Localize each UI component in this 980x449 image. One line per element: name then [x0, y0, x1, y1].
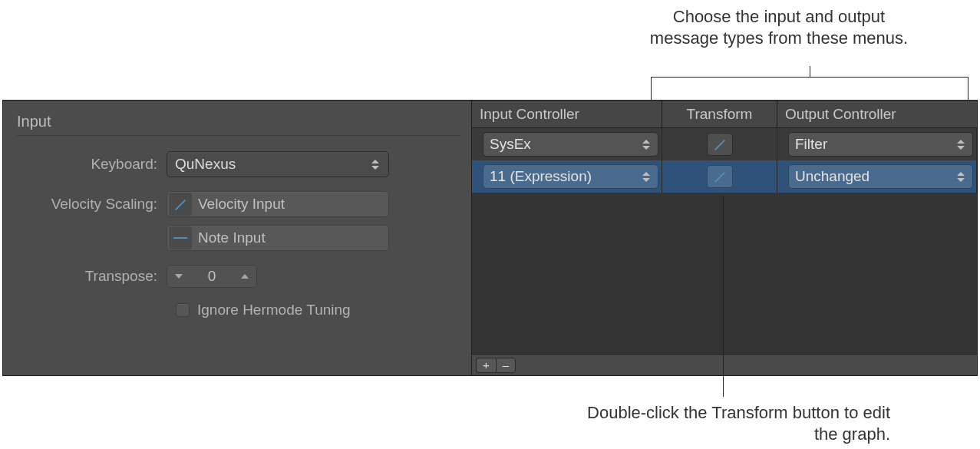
- header-output-controller: Output Controller: [777, 101, 977, 127]
- header-input-controller: Input Controller: [472, 101, 662, 127]
- table-row[interactable]: 11 (Expression) Unchanged: [472, 160, 977, 193]
- transpose-row: Transpose: 0: [17, 265, 460, 288]
- transpose-decrement[interactable]: [167, 265, 190, 288]
- updown-icon: [641, 137, 652, 152]
- keyboard-value: QuNexus: [175, 156, 370, 173]
- keyboard-dropdown[interactable]: QuNexus: [167, 151, 389, 177]
- ignore-hermode-row: Ignore Hermode Tuning: [176, 302, 460, 319]
- velocity-scaling-row: Velocity Scaling: Velocity Input: [17, 191, 460, 217]
- input-controller-dropdown[interactable]: SysEx: [483, 132, 658, 157]
- controller-table-footer: + –: [472, 354, 977, 375]
- input-section-title: Input: [17, 113, 460, 130]
- output-controller-value: Filter: [795, 136, 955, 153]
- note-input-field[interactable]: Note Input: [167, 225, 389, 251]
- note-input-row: Note Input: [17, 225, 460, 251]
- keyboard-row: Keyboard: QuNexus: [17, 151, 460, 177]
- velocity-curve-icon: [169, 193, 192, 216]
- velocity-scaling-label: Velocity Scaling:: [17, 196, 167, 213]
- controller-table-header: Input Controller Transform Output Contro…: [472, 101, 977, 128]
- transform-curve-icon: [711, 168, 728, 185]
- callout-bottom-text: Double-click the Transform button to edi…: [568, 402, 890, 444]
- updown-icon: [955, 169, 966, 184]
- keyboard-label: Keyboard:: [17, 156, 167, 173]
- output-controller-dropdown[interactable]: Filter: [788, 132, 973, 157]
- transform-button[interactable]: [707, 165, 733, 188]
- controller-table: Input Controller Transform Output Contro…: [471, 101, 977, 375]
- header-transform: Transform: [662, 101, 777, 127]
- input-settings-panel: Input Keyboard: QuNexus Velocity Scaling…: [2, 100, 978, 376]
- transpose-value[interactable]: 0: [190, 268, 233, 285]
- velocity-input-value: Velocity Input: [198, 196, 388, 213]
- table-row[interactable]: SysEx Filter: [472, 128, 977, 160]
- velocity-input-field[interactable]: Velocity Input: [167, 191, 389, 217]
- input-controller-value: SysEx: [490, 136, 641, 153]
- ignore-hermode-checkbox[interactable]: [176, 303, 190, 317]
- transpose-increment[interactable]: [233, 265, 256, 288]
- controller-table-body: SysEx Filter: [472, 128, 977, 354]
- updown-icon: [955, 137, 966, 152]
- input-controller-dropdown[interactable]: 11 (Expression): [483, 164, 658, 189]
- note-flat-icon: [169, 226, 192, 249]
- add-row-button[interactable]: +: [476, 358, 496, 373]
- transform-button[interactable]: [707, 133, 733, 156]
- divider: [17, 135, 460, 136]
- transform-curve-icon: [711, 136, 728, 153]
- note-input-value: Note Input: [198, 229, 388, 246]
- input-left-column: Input Keyboard: QuNexus Velocity Scaling…: [3, 101, 471, 375]
- updown-icon: [641, 169, 652, 184]
- callout-bottom-connector: [723, 196, 724, 397]
- updown-icon: [370, 157, 381, 172]
- callout-top-text: Choose the input and output message type…: [648, 6, 909, 48]
- output-controller-dropdown[interactable]: Unchanged: [788, 164, 973, 189]
- input-controller-value: 11 (Expression): [490, 168, 641, 185]
- transpose-stepper[interactable]: 0: [167, 265, 257, 288]
- ignore-hermode-label: Ignore Hermode Tuning: [197, 302, 351, 319]
- remove-row-button[interactable]: –: [496, 358, 516, 373]
- transpose-label: Transpose:: [17, 268, 167, 285]
- output-controller-value: Unchanged: [795, 168, 955, 185]
